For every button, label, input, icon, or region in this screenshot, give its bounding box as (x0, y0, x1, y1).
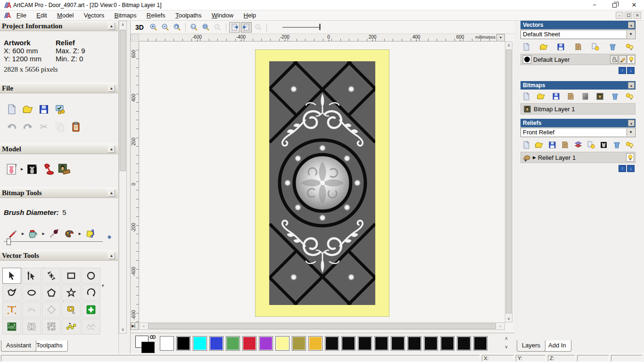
secondary-colour[interactable] (141, 342, 155, 353)
delete-layer-button[interactable] (611, 92, 619, 100)
menu-vectors[interactable]: Vectors (80, 10, 108, 20)
toggle-layers-button[interactable] (241, 22, 252, 33)
color-swatch[interactable] (193, 336, 207, 351)
collapse-panel-button[interactable]: ▲ (628, 82, 635, 89)
open-layer-button[interactable] (540, 43, 548, 51)
envelope-distortion-button[interactable] (22, 319, 41, 335)
color-swatch[interactable] (259, 336, 273, 351)
scroll-right-arrow[interactable]: › (497, 323, 504, 329)
new-layer-button[interactable] (522, 92, 530, 100)
redo-button[interactable] (20, 119, 36, 134)
cut-button[interactable] (36, 119, 52, 134)
canvas-vscrollbar[interactable]: ∧ ∨ (505, 41, 512, 322)
new-model-button[interactable] (4, 102, 20, 117)
ruler-origin-button[interactable] (131, 34, 139, 41)
duplicate-layer-button[interactable] (574, 141, 582, 149)
restore-button[interactable] (607, 1, 621, 9)
all-layers-on-button[interactable] (626, 141, 634, 149)
offset-vector-button[interactable] (42, 302, 61, 318)
flyout-arrow-icon[interactable]: ▶ (22, 232, 24, 236)
vector-layer-row[interactable]: Default Layer (520, 54, 636, 65)
dropdown-arrow-icon[interactable]: ▼ (627, 31, 635, 38)
edit-layer-button[interactable] (619, 55, 627, 64)
toggle-vis-button[interactable] (587, 141, 595, 149)
all-layers-on-button[interactable] (626, 43, 634, 51)
bitmap-to-vector-button[interactable] (82, 226, 98, 241)
menu-file[interactable]: File (12, 10, 31, 20)
flyout-arrow-icon[interactable]: ▶ (21, 167, 23, 171)
create-rectangle-button[interactable] (62, 268, 81, 284)
collapse-section-button[interactable]: ▲ (108, 85, 115, 92)
bitmaps-panel-header[interactable]: Bitmaps ▲ (520, 81, 636, 90)
expand-layer-icon[interactable]: ▶ (533, 155, 536, 160)
create-text-button[interactable]: T (2, 302, 21, 318)
color-swatch[interactable] (407, 336, 421, 351)
greyscale-layer-button[interactable] (581, 92, 589, 100)
tab-assistant[interactable]: Assistant (1, 340, 36, 352)
contrast-slider[interactable] (282, 23, 325, 32)
palette-toggle-button[interactable]: ▶▏ (131, 322, 139, 330)
bitmap-layer-row[interactable]: Bitmap Layer 1 (520, 103, 636, 115)
move-layer-down-button[interactable]: ↓ (627, 165, 635, 172)
2d-view-canvas[interactable] (139, 41, 505, 322)
copy-button[interactable] (52, 119, 68, 134)
child-minimize-button[interactable]: － (616, 12, 623, 19)
collapse-section-button[interactable]: ▲ (108, 189, 115, 197)
3d-view-button[interactable]: 3D (133, 24, 146, 31)
create-polyline-button[interactable] (2, 285, 21, 301)
color-swatch[interactable] (308, 336, 322, 351)
block-copy-button[interactable] (42, 319, 61, 335)
create-polygon-button[interactable] (42, 285, 61, 301)
new-layer-button[interactable] (522, 141, 530, 149)
vector-sheet-select[interactable]: Default Sheet▼ (520, 30, 636, 39)
paint-button[interactable] (5, 226, 21, 241)
move-layer-up-button[interactable]: ↑ (619, 165, 626, 172)
zoom-1-1-button[interactable]: 1:1 (189, 22, 199, 33)
collapse-section-button[interactable]: ▲ (108, 252, 115, 259)
menu-reliefs[interactable]: Reliefs (142, 10, 170, 20)
create-arc-button[interactable] (82, 285, 100, 301)
color-swatch[interactable] (242, 336, 256, 351)
measure-button[interactable] (62, 302, 81, 318)
menu-model[interactable]: Model (53, 10, 78, 20)
scroll-left-arrow[interactable]: ‹ (140, 323, 147, 329)
tab-add-in[interactable]: Add In (543, 340, 571, 352)
color-swatch[interactable] (341, 336, 355, 351)
color-swatch[interactable] (209, 336, 223, 351)
nesting-button[interactable] (62, 319, 81, 335)
color-swatch[interactable] (226, 336, 240, 351)
model-section-header[interactable]: Model ▲ (0, 144, 118, 154)
vectors-panel-header[interactable]: Vectors ▲ (520, 21, 636, 29)
undo-button[interactable] (4, 119, 20, 134)
close-button[interactable]: ✕ (627, 1, 641, 9)
move-layer-down-button[interactable]: ↓ (627, 67, 635, 74)
minimize-button[interactable]: − (587, 1, 602, 9)
save-layer-button[interactable] (557, 43, 565, 51)
toggle-vis-button[interactable] (591, 43, 599, 51)
export-model-button[interactable] (52, 102, 68, 117)
menu-window[interactable]: Window (207, 10, 238, 20)
zoom-object-button[interactable] (212, 22, 223, 33)
units-dropdown-button[interactable]: ▼ (496, 34, 505, 41)
file-section-header[interactable]: File ▲ (0, 83, 118, 93)
assistant-scrollbar[interactable]: ∧ ∨ (119, 21, 127, 334)
color-swatch[interactable] (473, 336, 487, 351)
layer-to-model-button[interactable] (596, 92, 604, 100)
greyscale-from-relief-button[interactable] (600, 141, 608, 149)
merge-layers-button[interactable] (567, 92, 575, 100)
create-circle-button[interactable] (82, 268, 100, 284)
primary-secondary-colours[interactable] (135, 335, 158, 354)
palette-scroll-up[interactable]: ∧ (503, 336, 510, 341)
flyout-arrow-icon[interactable]: ▶ (79, 232, 81, 236)
flyout-arrow-icon[interactable]: ▶ (42, 232, 44, 236)
vector-doctor-button[interactable] (82, 302, 100, 318)
palette-scroll-down[interactable]: ∨ (503, 344, 510, 349)
save-model-button[interactable] (36, 102, 52, 117)
texture-relief-button[interactable] (56, 162, 72, 177)
scroll-down-arrow[interactable]: ∨ (505, 315, 512, 322)
collapse-panel-button[interactable]: ▲ (628, 22, 635, 28)
child-restore-button[interactable] (625, 12, 632, 19)
layer-visibility-button[interactable] (626, 153, 634, 162)
scroll-thumb[interactable] (506, 49, 512, 313)
palette-editor-button[interactable] (62, 226, 78, 241)
